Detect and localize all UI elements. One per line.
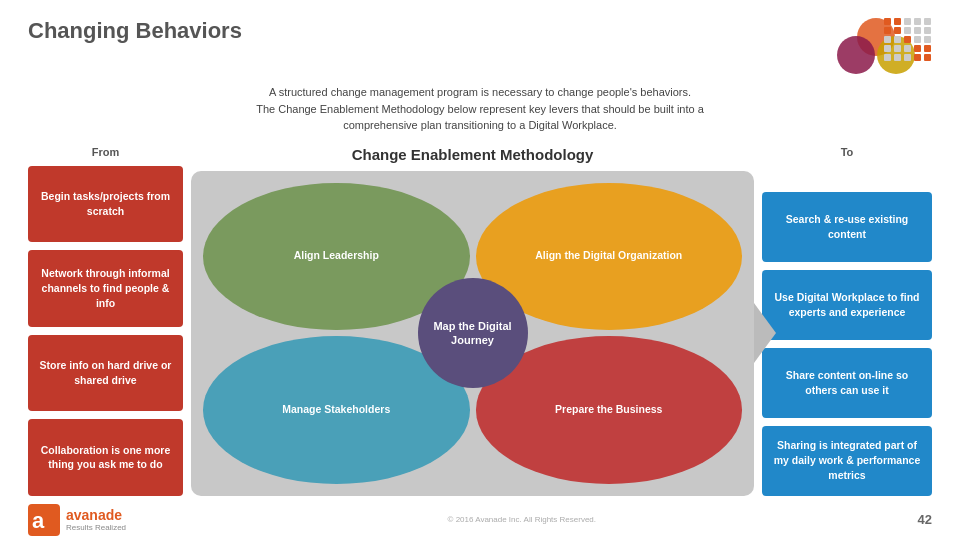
avanade-tagline: Results Realized <box>66 523 126 532</box>
to-items: Search & re-use existing content Use Dig… <box>762 192 932 496</box>
to-item-4: Sharing is integrated part of my daily w… <box>762 426 932 496</box>
from-item-4: Collaboration is one more thing you ask … <box>28 419 183 496</box>
page-number: 42 <box>918 512 932 527</box>
from-items: Begin tasks/projects from scratch Networ… <box>28 166 183 496</box>
to-item-3: Share content on-line so others can use … <box>762 348 932 418</box>
methodology-column: Change Enablement Methodology Align Lead… <box>191 146 754 496</box>
header: Changing Behaviors <box>28 18 932 78</box>
methodology-title: Change Enablement Methodology <box>352 146 594 163</box>
logo-cluster <box>822 18 932 78</box>
arrow-right <box>754 303 776 363</box>
page-title: Changing Behaviors <box>28 18 242 44</box>
center-circle: Map the Digital Journey <box>418 278 528 388</box>
footer-copy: © 2016 Avanade Inc. All Rights Reserved. <box>448 515 597 524</box>
svg-text:a: a <box>32 508 45 533</box>
from-label: From <box>28 146 183 158</box>
diagram-grid: Align Leadership Align the Digital Organ… <box>203 183 742 484</box>
to-column: To Search & re-use existing content Use … <box>762 146 932 496</box>
subtitle: A structured change management program i… <box>28 84 932 134</box>
to-label: To <box>762 146 932 158</box>
from-column: From Begin tasks/projects from scratch N… <box>28 146 183 496</box>
main-layout: From Begin tasks/projects from scratch N… <box>28 146 932 496</box>
avanade-name: avanade <box>66 507 126 523</box>
to-item-1: Search & re-use existing content <box>762 192 932 262</box>
methodology-diagram: Align Leadership Align the Digital Organ… <box>191 171 754 496</box>
dots-cluster <box>884 18 932 61</box>
from-item-1: Begin tasks/projects from scratch <box>28 166 183 243</box>
avanade-text-group: avanade Results Realized <box>66 507 126 532</box>
from-item-2: Network through informal channels to fin… <box>28 250 183 327</box>
avanade-logo: a avanade Results Realized <box>28 504 126 536</box>
from-item-3: Store info on hard drive or shared drive <box>28 335 183 412</box>
to-item-2: Use Digital Workplace to find experts an… <box>762 270 932 340</box>
footer: a avanade Results Realized © 2016 Avanad… <box>28 504 932 536</box>
avanade-icon: a <box>28 504 60 536</box>
page-container: Changing Behaviors A structured change m… <box>0 0 960 540</box>
logo-circle-2 <box>837 36 875 74</box>
